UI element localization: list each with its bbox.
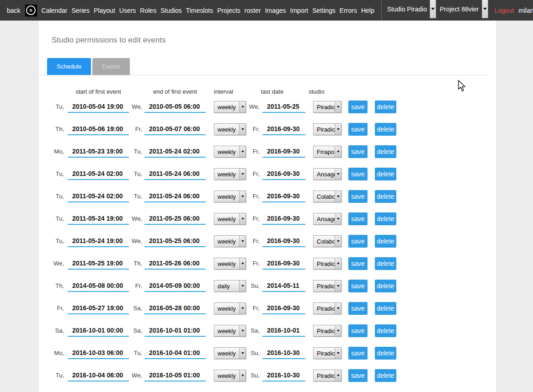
interval-select[interactable]: weekly bbox=[214, 168, 246, 180]
interval-select[interactable]: weekly bbox=[214, 123, 246, 135]
nav-item-timeslots[interactable]: Timeslots bbox=[186, 7, 213, 14]
studio-dropdown[interactable]: Studio Piradio bbox=[384, 0, 436, 21]
studio-select[interactable]: Ansage bbox=[313, 168, 341, 180]
start-datetime-input[interactable] bbox=[68, 257, 129, 270]
interval-select[interactable]: weekly bbox=[214, 258, 246, 270]
nav-item-roster[interactable]: roster bbox=[245, 7, 261, 14]
save-button[interactable]: save bbox=[348, 347, 368, 360]
studio-select[interactable]: Ansage bbox=[313, 213, 341, 225]
nav-item-settings[interactable]: Settings bbox=[312, 7, 336, 14]
interval-select[interactable]: weekly bbox=[214, 213, 246, 225]
nav-item-roles[interactable]: Roles bbox=[140, 7, 156, 14]
start-datetime-input[interactable] bbox=[68, 168, 129, 180]
last-date-input[interactable] bbox=[262, 257, 305, 270]
studio-select[interactable]: Frrapo bbox=[313, 146, 341, 158]
end-datetime-input[interactable] bbox=[144, 212, 206, 225]
end-datetime-input[interactable] bbox=[144, 101, 206, 113]
end-datetime-input[interactable] bbox=[144, 302, 206, 314]
nav-item-studios[interactable]: Studios bbox=[160, 7, 182, 14]
interval-select[interactable]: weekly bbox=[214, 146, 246, 158]
start-datetime-input[interactable] bbox=[68, 369, 129, 381]
last-date-input[interactable] bbox=[262, 168, 305, 180]
delete-button[interactable]: delete bbox=[375, 369, 396, 382]
studio-dropdown-label[interactable]: Studio Piradio bbox=[384, 0, 430, 13]
save-button[interactable]: save bbox=[348, 101, 368, 113]
logout-link[interactable]: Logout bbox=[495, 7, 514, 14]
studio-select[interactable]: Colabo bbox=[313, 191, 341, 202]
start-datetime-input[interactable] bbox=[68, 123, 129, 135]
last-date-input[interactable] bbox=[262, 101, 305, 113]
delete-button[interactable]: delete bbox=[375, 302, 396, 315]
project-dropdown-label[interactable]: Project 88vier bbox=[436, 0, 482, 13]
last-date-input[interactable] bbox=[262, 280, 305, 292]
last-date-input[interactable] bbox=[262, 324, 305, 337]
start-datetime-input[interactable] bbox=[68, 212, 129, 225]
nav-item-errors[interactable]: Errors bbox=[340, 7, 357, 14]
start-datetime-input[interactable] bbox=[68, 101, 129, 113]
interval-select[interactable]: weekly bbox=[214, 370, 246, 381]
last-date-input[interactable] bbox=[262, 347, 305, 359]
interval-select[interactable]: weekly bbox=[214, 235, 246, 247]
studio-select[interactable]: Piradio bbox=[313, 302, 341, 314]
nav-item-calendar[interactable]: Calendar bbox=[42, 7, 68, 14]
last-date-input[interactable] bbox=[262, 212, 305, 225]
start-datetime-input[interactable] bbox=[68, 235, 129, 247]
nav-item-projects[interactable]: Projects bbox=[217, 7, 240, 14]
project-dropdown[interactable]: Project 88vier bbox=[436, 0, 488, 21]
nav-item-import[interactable]: Import bbox=[290, 7, 309, 14]
end-datetime-input[interactable] bbox=[144, 280, 206, 292]
end-datetime-input[interactable] bbox=[144, 369, 206, 381]
save-button[interactable]: save bbox=[348, 257, 368, 270]
delete-button[interactable]: delete bbox=[375, 145, 396, 158]
start-datetime-input[interactable] bbox=[68, 347, 129, 359]
studio-dropdown-arrow-icon[interactable] bbox=[430, 0, 436, 18]
studio-select[interactable]: Piradio bbox=[313, 123, 341, 135]
project-dropdown-arrow-icon[interactable] bbox=[482, 0, 488, 18]
save-button[interactable]: save bbox=[348, 235, 368, 248]
delete-button[interactable]: delete bbox=[375, 190, 396, 203]
piradio-logo-icon[interactable]: n bbox=[25, 5, 37, 16]
save-button[interactable]: save bbox=[348, 280, 368, 292]
nav-item-help[interactable]: Help bbox=[361, 7, 374, 14]
studio-select[interactable]: Piradio bbox=[313, 101, 341, 113]
nav-item-images[interactable]: Images bbox=[265, 7, 286, 14]
start-datetime-input[interactable] bbox=[68, 190, 129, 202]
interval-select[interactable]: weekly bbox=[214, 347, 246, 359]
last-date-input[interactable] bbox=[262, 190, 305, 202]
save-button[interactable]: save bbox=[348, 190, 368, 203]
nav-item-users[interactable]: Users bbox=[119, 7, 136, 14]
save-button[interactable]: save bbox=[348, 369, 368, 382]
studio-select[interactable]: Piradio bbox=[313, 280, 341, 292]
studio-select[interactable]: Piradio bbox=[313, 347, 341, 359]
interval-select[interactable]: weekly bbox=[214, 302, 246, 314]
end-datetime-input[interactable] bbox=[144, 123, 206, 135]
end-datetime-input[interactable] bbox=[144, 190, 206, 202]
end-datetime-input[interactable] bbox=[144, 324, 206, 337]
delete-button[interactable]: delete bbox=[375, 280, 396, 292]
interval-select[interactable]: weekly bbox=[214, 325, 246, 337]
end-datetime-input[interactable] bbox=[144, 257, 206, 270]
delete-button[interactable]: delete bbox=[375, 123, 396, 136]
nav-back-link[interactable]: back bbox=[7, 7, 21, 14]
start-datetime-input[interactable] bbox=[68, 145, 129, 158]
delete-button[interactable]: delete bbox=[375, 101, 396, 113]
interval-select[interactable]: weekly bbox=[214, 191, 246, 202]
end-datetime-input[interactable] bbox=[144, 347, 206, 359]
delete-button[interactable]: delete bbox=[375, 168, 396, 180]
delete-button[interactable]: delete bbox=[375, 212, 396, 225]
end-datetime-input[interactable] bbox=[144, 168, 206, 180]
last-date-input[interactable] bbox=[262, 235, 305, 247]
end-datetime-input[interactable] bbox=[144, 235, 206, 247]
studio-select[interactable]: Colabo bbox=[313, 235, 341, 247]
nav-item-series[interactable]: Series bbox=[71, 7, 90, 14]
last-date-input[interactable] bbox=[262, 369, 305, 381]
delete-button[interactable]: delete bbox=[375, 347, 396, 360]
save-button[interactable]: save bbox=[348, 302, 368, 315]
start-datetime-input[interactable] bbox=[68, 324, 129, 337]
start-datetime-input[interactable] bbox=[68, 280, 129, 292]
studio-select[interactable]: Piradio bbox=[313, 325, 341, 337]
last-date-input[interactable] bbox=[262, 123, 305, 135]
save-button[interactable]: save bbox=[348, 123, 368, 136]
last-date-input[interactable] bbox=[262, 302, 305, 314]
save-button[interactable]: save bbox=[348, 145, 368, 158]
